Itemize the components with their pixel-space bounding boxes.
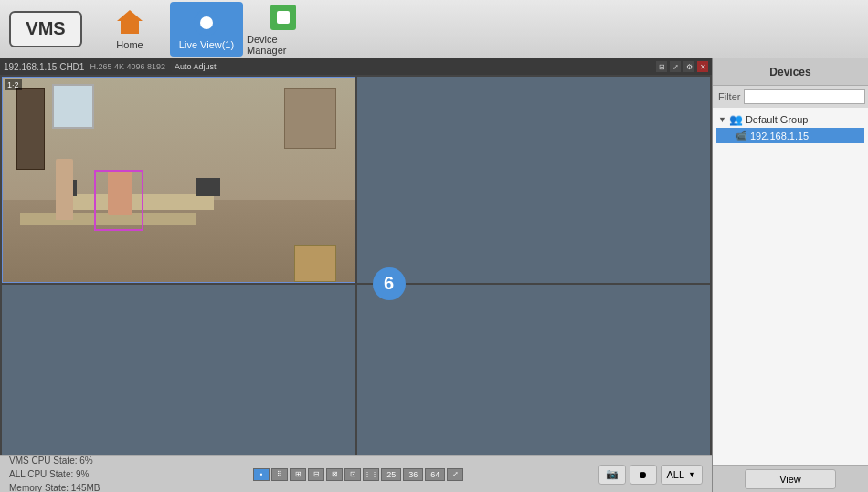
auto-adjust-btn[interactable]: Auto Adjust [171, 61, 220, 72]
cam-feed-bg [3, 78, 355, 282]
grid-2x2-btn[interactable]: ⊞ [290, 468, 306, 481]
grid-4x4-btn[interactable]: ⊡ [344, 468, 361, 481]
dropdown-arrow: ▼ [688, 470, 696, 479]
tree-group-default: ▼ 👥 Default Group 📹 192.168.1.15 [713, 110, 868, 145]
grid-3x2-btn[interactable]: ⊟ [308, 468, 324, 481]
grid-2x1-btn[interactable]: ⠿ [271, 468, 288, 481]
grid-1x1-btn[interactable]: ▪ [253, 468, 270, 481]
cam-ctrl-3[interactable]: ⚙ [683, 61, 694, 72]
liveview-icon [192, 8, 221, 37]
num-64-btn[interactable]: 64 [425, 468, 445, 481]
bottom-right-controls: 📷 ⏺ ALL ▼ [598, 465, 704, 485]
memory-status: Memory State: 145MB [9, 481, 119, 492]
cam-sublabel: H.265 4K 4096 8192 [90, 62, 165, 71]
device-manager-icon [269, 3, 298, 32]
fullscreen-btn[interactable]: ⤢ [447, 468, 463, 481]
device-ip-0: 192.168.1.15 [750, 131, 809, 141]
filter-input[interactable] [744, 89, 865, 104]
record-btn[interactable]: ⏺ [630, 465, 657, 485]
grid-cell-1-label: 1·2 [5, 79, 22, 90]
cam-ctrl-close[interactable]: ✕ [697, 61, 708, 72]
vms-cpu-status: VMS CPU State: 6% [9, 454, 119, 467]
view-btn-row: View [713, 465, 868, 492]
vms-logo: VMS [9, 11, 82, 47]
cam-ctrl-2[interactable]: ⤢ [670, 61, 681, 72]
badge-6: 6 [373, 267, 406, 300]
nav-liveview[interactable]: Live View(1) [170, 2, 243, 57]
nav-device-manager[interactable]: Device Manager [247, 2, 320, 57]
grid-3x3-btn[interactable]: ⊠ [326, 468, 343, 481]
scene-monitor2 [196, 178, 220, 196]
device-tree: ▼ 👥 Default Group 📹 192.168.1.15 [713, 108, 868, 465]
status-info: VMS CPU State: 6% ALL CPU State: 9% Memo… [9, 454, 119, 492]
scene-boxes [294, 245, 336, 281]
all-dropdown[interactable]: ALL ▼ [661, 465, 704, 485]
tree-device-0[interactable]: 📹 192.168.1.15 [716, 128, 864, 143]
snapshot-btn[interactable]: 📷 [598, 465, 626, 485]
group-icon: 👥 [729, 113, 743, 126]
topbar: VMS Home Live View(1) Device Manager [0, 0, 868, 58]
camera-grid: 1·2 6 [0, 75, 712, 492]
grid-cell-2[interactable] [357, 77, 711, 283]
devices-header: Devices [713, 58, 868, 86]
scene-desk1 [73, 194, 214, 210]
grid-custom-btn[interactable]: ⋮⋮ [363, 468, 379, 481]
main-area: 192.168.1.15 CHD1 H.265 4K 4096 8192 Aut… [0, 58, 868, 492]
cam-ctrl-1[interactable]: ⊞ [656, 61, 667, 72]
home-icon [115, 8, 144, 37]
scene-door [16, 88, 45, 169]
view-button[interactable]: View [745, 469, 836, 489]
cam-topbar: 192.168.1.15 CHD1 H.265 4K 4096 8192 Aut… [0, 58, 712, 75]
cam-topbar-controls: ⊞ ⤢ ⚙ ✕ [656, 61, 708, 72]
bottom-toolbar: VMS CPU State: 6% ALL CPU State: 9% Memo… [0, 455, 712, 492]
device-icon-0: 📹 [735, 130, 747, 141]
num-36-btn[interactable]: 36 [403, 468, 423, 481]
scene-shelf [284, 88, 337, 149]
group-chevron: ▼ [718, 115, 726, 124]
scene-window [52, 84, 94, 129]
bottom-center-controls: ▪ ⠿ ⊞ ⊟ ⊠ ⊡ ⋮⋮ 25 36 64 ⤢ [122, 468, 595, 481]
scene-person2 [56, 159, 73, 220]
scene-person [108, 170, 132, 215]
camera-area: 192.168.1.15 CHD1 H.265 4K 4096 8192 Aut… [0, 58, 713, 492]
nav-home[interactable]: Home [93, 2, 166, 57]
right-panel: Devices Filter ▼ 👥 Default Group 📹 192.1… [713, 58, 868, 492]
all-cpu-status: ALL CPU State: 9% [9, 467, 119, 481]
tree-group-header[interactable]: ▼ 👥 Default Group [716, 111, 864, 128]
filter-label: Filter [718, 91, 740, 102]
cam-label: 192.168.1.15 CHD1 [4, 62, 84, 72]
group-name: Default Group [746, 114, 808, 125]
grid-cell-1[interactable]: 1·2 [2, 77, 355, 283]
num-25-btn[interactable]: 25 [381, 468, 401, 481]
filter-row: Filter [713, 86, 868, 108]
